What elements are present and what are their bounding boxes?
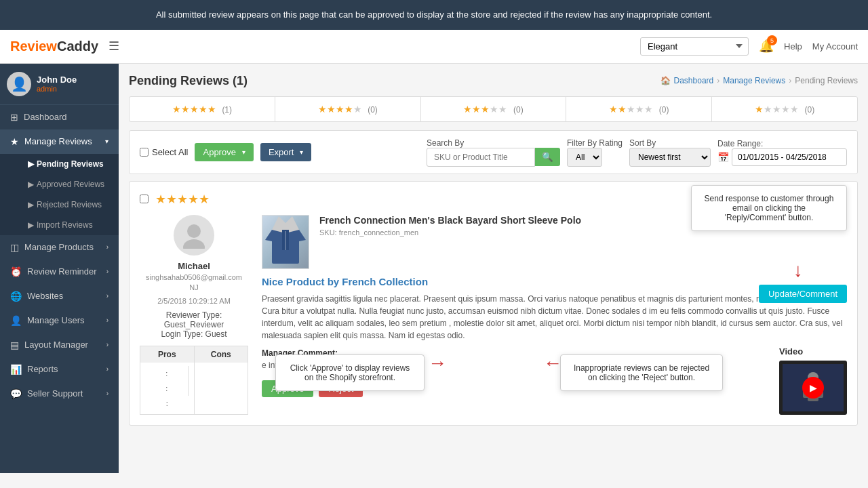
callout-reply: Send response to customer through email … bbox=[691, 185, 847, 231]
star-filter-3[interactable]: ★★★★★ (0) bbox=[421, 97, 567, 121]
approve-caret: ▾ bbox=[242, 148, 245, 156]
chevron-right-icon: › bbox=[106, 292, 108, 300]
star-count-1: (0) bbox=[805, 105, 815, 115]
star-count-4: (0) bbox=[368, 105, 378, 115]
notification-badge: 5 bbox=[767, 35, 777, 45]
sidebar-item-label: Reports bbox=[27, 364, 58, 374]
star-filter-2[interactable]: ★★★★★ (0) bbox=[566, 97, 712, 121]
sidebar-item-label: Manage Products bbox=[24, 242, 94, 252]
svg-point-1 bbox=[183, 239, 205, 249]
sidebar-item-label: Layout Manager bbox=[24, 340, 88, 350]
date-range-input[interactable] bbox=[732, 148, 847, 166]
sidebar-item-layout-manager[interactable]: ▤ Layout Manager › bbox=[0, 333, 119, 357]
chevron-right-icon: › bbox=[106, 390, 108, 397]
user-name: John Doe bbox=[37, 75, 77, 85]
sidebar: 👤 John Doe admin ⊞ Dashboard ★ Manage Re… bbox=[0, 64, 119, 473]
main-content: Pending Reviews (1) 🏠 Dashboard › Manage… bbox=[119, 64, 868, 473]
select-all-checkbox[interactable]: Select All bbox=[140, 147, 188, 157]
help-link[interactable]: Help bbox=[784, 41, 802, 52]
select-all-input[interactable] bbox=[140, 148, 149, 157]
sidebar-item-label: Seller Support bbox=[27, 388, 83, 399]
sidebar-item-import-reviews[interactable]: ▶Import Reviews bbox=[0, 215, 119, 235]
manage-products-icon: ◫ bbox=[10, 242, 19, 253]
breadcrumb-manage-reviews[interactable]: Manage Reviews bbox=[723, 76, 785, 85]
arrow-icon: ▶ bbox=[28, 220, 34, 230]
product-image bbox=[262, 215, 309, 269]
reports-icon: 📊 bbox=[10, 364, 22, 375]
sidebar-item-label: Websites bbox=[27, 291, 63, 301]
sort-select[interactable]: Newest first bbox=[629, 148, 711, 167]
approve-arrow: → bbox=[428, 352, 447, 374]
pros-content: : : : bbox=[140, 363, 195, 414]
rating-filter-select[interactable]: All bbox=[567, 148, 602, 167]
store-selector[interactable]: Elegant bbox=[640, 37, 749, 56]
star-filter-5[interactable]: ★★★★★ (1) bbox=[130, 97, 275, 121]
sidebar-item-pending-reviews[interactable]: ▶Pending Reviews bbox=[0, 154, 119, 174]
callout-approve: Click 'Approve' to display reviews on th… bbox=[275, 354, 425, 391]
sidebar-item-dashboard[interactable]: ⊞ Dashboard bbox=[0, 105, 119, 129]
sidebar-item-seller-support[interactable]: 💬 Seller Support › bbox=[0, 382, 119, 406]
filter-by-rating-label: Filter By Rating bbox=[567, 138, 623, 148]
review-checkbox[interactable] bbox=[140, 195, 149, 203]
review-card: ★★★★★ Michael singhsahab0506@gmail.com N… bbox=[129, 181, 858, 426]
person-icon bbox=[180, 222, 208, 249]
video-thumbnail[interactable]: ▶ bbox=[779, 361, 847, 415]
date-range-label: Date Range: bbox=[717, 139, 763, 148]
notification-bell[interactable]: 🔔 5 bbox=[759, 39, 774, 54]
chevron-right-icon: › bbox=[106, 243, 108, 251]
approve-button[interactable]: Approve ▾ bbox=[195, 143, 253, 161]
calendar-icon: 📅 bbox=[717, 152, 729, 163]
search-input[interactable] bbox=[427, 148, 535, 167]
sidebar-item-manage-users[interactable]: 👤 Manage Users › bbox=[0, 308, 119, 333]
search-button[interactable]: 🔍 bbox=[535, 148, 560, 166]
shirt-svg bbox=[265, 216, 306, 267]
update-comment-button[interactable]: Update/Comment bbox=[759, 285, 847, 303]
review-stars: ★★★★★ bbox=[155, 192, 210, 207]
breadcrumb-dashboard[interactable]: Dashboard bbox=[674, 76, 714, 85]
sidebar-item-manage-reviews[interactable]: ★ Manage Reviews ▾ bbox=[0, 129, 119, 154]
sidebar-item-review-reminder[interactable]: ⏰ Review Reminder › bbox=[0, 260, 119, 284]
reviewer-type: Reviewer Type: Guest_Reviewer bbox=[140, 310, 248, 329]
star-filter-1[interactable]: ★★★★★ (0) bbox=[712, 97, 857, 121]
reviewer-info: Michael singhsahab0506@gmail.com NJ 2/5/… bbox=[140, 215, 248, 415]
toolbar: Select All Approve ▾ Export ▾ Search By … bbox=[129, 130, 858, 174]
reviewer-avatar bbox=[174, 215, 214, 256]
my-account-link[interactable]: My Account bbox=[812, 41, 858, 52]
chevron-right-icon: › bbox=[106, 341, 108, 348]
page-header: Pending Reviews (1) 🏠 Dashboard › Manage… bbox=[129, 74, 858, 88]
chevron-down-icon: ▾ bbox=[105, 138, 108, 145]
callout-reject: Inappropriate reviews can be rejected on… bbox=[560, 354, 723, 391]
dashboard-icon: ⊞ bbox=[10, 112, 18, 123]
cons-content bbox=[195, 363, 248, 414]
page-title: Pending Reviews (1) bbox=[129, 74, 248, 88]
sidebar-item-approved-reviews[interactable]: ▶Approved Reviews bbox=[0, 174, 119, 195]
sidebar-item-manage-products[interactable]: ◫ Manage Products › bbox=[0, 235, 119, 260]
logo: ReviewCaddy bbox=[10, 39, 98, 54]
svg-marker-3 bbox=[265, 230, 275, 242]
sort-by-label: Sort By bbox=[629, 138, 656, 148]
star-count-2: (0) bbox=[659, 105, 669, 115]
export-caret: ▾ bbox=[300, 148, 303, 156]
manage-users-icon: 👤 bbox=[10, 315, 22, 326]
user-role: admin bbox=[37, 85, 77, 93]
review-body: Michael singhsahab0506@gmail.com NJ 2/5/… bbox=[140, 215, 847, 415]
menu-toggle[interactable]: ☰ bbox=[108, 39, 119, 54]
chevron-right-icon: › bbox=[106, 365, 108, 373]
home-icon: 🏠 bbox=[660, 76, 671, 85]
sidebar-item-rejected-reviews[interactable]: ▶Rejected Reviews bbox=[0, 195, 119, 215]
star-filter-4[interactable]: ★★★★★ (0) bbox=[275, 97, 421, 121]
export-button[interactable]: Export ▾ bbox=[260, 143, 312, 161]
websites-icon: 🌐 bbox=[10, 291, 22, 302]
layout: 👤 John Doe admin ⊞ Dashboard ★ Manage Re… bbox=[0, 64, 868, 473]
sidebar-item-websites[interactable]: 🌐 Websites › bbox=[0, 284, 119, 308]
play-button[interactable]: ▶ bbox=[802, 377, 824, 399]
search-by-label: Search By bbox=[427, 138, 464, 148]
arrow-icon: ▶ bbox=[28, 180, 34, 189]
chevron-right-icon: › bbox=[106, 317, 108, 324]
arrow-icon: ▶ bbox=[28, 200, 34, 209]
star-count-5: (1) bbox=[222, 105, 232, 115]
cons-header: Cons bbox=[195, 346, 248, 363]
svg-marker-4 bbox=[296, 230, 306, 242]
sidebar-item-label: Manage Reviews bbox=[24, 136, 92, 146]
sidebar-item-reports[interactable]: 📊 Reports › bbox=[0, 357, 119, 382]
